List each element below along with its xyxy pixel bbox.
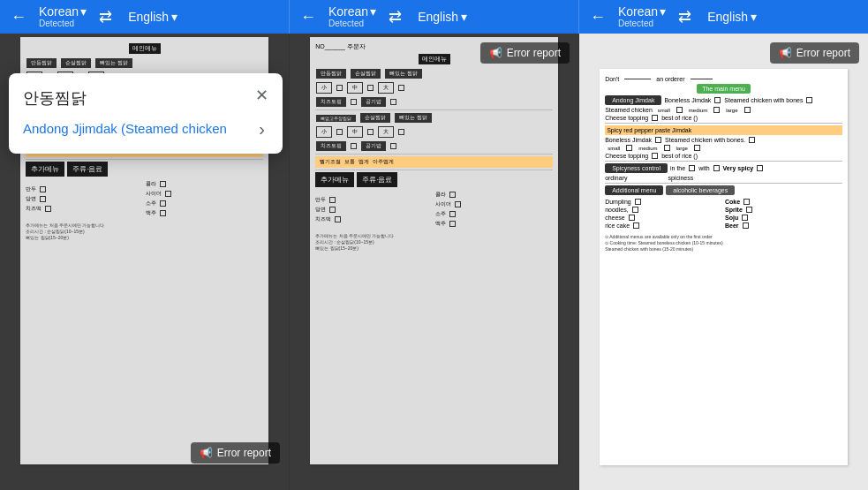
nav-section-2: ← Korean ▾ Detected ⇄ English ▾ xyxy=(290,0,579,34)
spicy-control-row-2: 뻘기조절 보통 맵게 아주맵게 xyxy=(315,156,553,168)
additional-items-col: 만두 당면 치즈떡 xyxy=(26,184,143,215)
menu-top-section: 메인메뉴 xyxy=(26,42,263,55)
main-menu-button[interactable]: The main menu xyxy=(697,84,751,94)
error-report-button-1[interactable]: 📢 Error report xyxy=(191,442,280,464)
menu2-topping-row-2: 치즈토핑 공기밥 xyxy=(315,140,553,152)
megaphone-icon-1: 📢 xyxy=(200,447,213,459)
menu2-row-2: 뼈없고주장찜닭 순살찜닭 뼈있는 찜닭 xyxy=(315,112,553,124)
alcoholic-beverages-button[interactable]: alcoholic beverages xyxy=(666,185,735,195)
menu2-size-row-2: 小 中 大 xyxy=(315,125,553,139)
menu2-row-1: 만등찜닭 순살찜닭 뼈있는 찜닭 xyxy=(315,68,553,79)
source-lang-name-3: Korean ▾ xyxy=(618,4,666,19)
megaphone-icon-2: 📢 xyxy=(489,47,502,59)
menu-footnote: 추가메뉴는 처음 주문시에만 가능합니다 조리시간 : 순살찜닭(10~15분)… xyxy=(26,222,263,241)
boneless-row: Andong Jimdak Boneless Jimdak Steamed ch… xyxy=(605,95,842,105)
popup-source-text: 안동찜닭 xyxy=(23,87,87,109)
cheese-topping-row-1: Cheese topping best of rice () xyxy=(605,115,842,121)
panel2-camera-view: NO______ 주문자 메인메뉴 만등찜닭 순살찜닭 뼈있는 찜닭 小 中 大 xyxy=(290,34,578,490)
additional-section-row: 추가메뉴 주류·음료 xyxy=(26,162,263,177)
translation-popup: 안동찜닭 ✕ Andong Jjimdak (Steamed chicken › xyxy=(9,73,283,154)
popup-translated-text: Andong Jjimdak (Steamed chicken xyxy=(23,119,227,138)
target-lang-selector-2[interactable]: English ▾ xyxy=(411,8,474,26)
additional-items-row-2: 만두 당면 치즈떡 콜라 사이더 소주 맥주 xyxy=(315,189,553,230)
popup-close-button[interactable]: ✕ xyxy=(255,87,268,103)
menu2-size-row-1: 小 中 大 xyxy=(315,81,553,94)
panel-3: 📢 Error report Don't an orderer The main… xyxy=(579,34,868,490)
ordinary-spiciness-row: ordinary spiciness xyxy=(605,175,842,181)
additional-section-row-2: 추가메뉴 주류·음료 xyxy=(315,172,553,187)
cheese-topping-row-2: Cheese topping best of rice () xyxy=(605,153,842,159)
detected-label-1: Detected xyxy=(39,19,74,29)
menu2-topping-row-1: 치즈토핑 공기밥 xyxy=(315,96,553,108)
main-content: 안동찜닭 ✕ Andong Jjimdak (Steamed chicken ›… xyxy=(0,34,868,490)
main-menu-btn-area: The main menu xyxy=(605,86,842,92)
swap-button-2[interactable]: ⇄ xyxy=(383,4,407,30)
divider-3 xyxy=(26,159,263,160)
menu-item-1: 만등찜닭 xyxy=(26,58,57,68)
popup-header: 안동찜닭 ✕ xyxy=(23,87,268,109)
steamed-chicken-row: Steamed chicken small medium large xyxy=(605,107,842,113)
swap-button-1[interactable]: ⇄ xyxy=(94,4,117,30)
spicyness-tag: Spicyness control xyxy=(605,163,668,173)
back-button-3[interactable]: ← xyxy=(585,4,611,30)
nav-bar: ← Korean ▾ Detected ⇄ English ▾ ← Korean… xyxy=(0,0,868,34)
popup-expand-button[interactable]: › xyxy=(255,119,268,139)
drinks-items-col: 콜라 사이더 소주 맥주 xyxy=(146,178,263,219)
andong-jimdak-tag: Andong Jimdak xyxy=(605,95,661,105)
additional-menu-header: 추가메뉴 xyxy=(26,162,64,177)
source-lang-name-2: Korean ▾ xyxy=(328,4,376,19)
spicyness-control-row: Spicyness control in the with Very spicy xyxy=(605,163,842,173)
panel-1: 안동찜닭 ✕ Andong Jjimdak (Steamed chicken ›… xyxy=(0,34,290,490)
error-report-button-3[interactable]: 📢 Error report xyxy=(770,42,859,64)
back-button-1[interactable]: ← xyxy=(5,4,32,30)
menu-row-1: 만등찜닭 순살찜닭 뼈있는 찜닭 xyxy=(26,57,263,69)
very-spicy-label: Very spicy xyxy=(723,165,754,171)
source-lang-selector-2[interactable]: Korean ▾ Detected xyxy=(325,3,380,32)
drinks-header: 주류·음료 xyxy=(67,162,108,177)
error-report-button-2[interactable]: 📢 Error report xyxy=(480,42,570,64)
spicy-jimdak-row: Spicy red pepper paste Jimdak xyxy=(605,125,842,135)
boneless-row-2: Boneless Jimdak Steamed chicken with bon… xyxy=(605,137,842,143)
additional-items-row: 만두 당면 치즈떡 콜라 사이더 소주 맥주 xyxy=(26,178,263,219)
menu2-footnote: 추가메뉴는 처음 주문시에만 가능합니다 조리시간 : 순살찜닭(10~15분)… xyxy=(315,233,553,252)
menu-item-3: 뼈있는 찜닭 xyxy=(95,58,132,68)
menu-title-label: 메인메뉴 xyxy=(129,43,161,54)
source-lang-selector-1[interactable]: Korean ▾ Detected xyxy=(35,3,90,32)
drinks-items-col-3: Coke Sprite Soju Beer xyxy=(725,197,842,230)
target-lang-selector-1[interactable]: English ▾ xyxy=(121,8,185,26)
swap-button-3[interactable]: ⇄ xyxy=(673,4,697,30)
panel3-translated-doc: Don't an orderer The main menu Andong Ji… xyxy=(600,69,848,465)
translated-footnote: ⊙ Additional menus are available only on… xyxy=(605,234,842,253)
panel-2: 📢 Error report NO______ 주문자 메인메뉴 만등찜닭 순살… xyxy=(290,34,579,490)
size-row-2: small medium large xyxy=(605,145,842,151)
panel3-translated-view: Don't an orderer The main menu Andong Ji… xyxy=(579,34,868,490)
target-lang-selector-3[interactable]: English ▾ xyxy=(700,8,764,26)
dont-orderer-row: Don't an orderer xyxy=(605,76,842,82)
detected-label-2: Detected xyxy=(328,19,364,29)
nav-section-1: ← Korean ▾ Detected ⇄ English ▾ xyxy=(0,0,290,34)
megaphone-icon-3: 📢 xyxy=(779,47,792,59)
source-lang-selector-3[interactable]: Korean ▾ Detected xyxy=(615,3,669,32)
panel2-menu-doc: NO______ 주문자 메인메뉴 만등찜닭 순살찜닭 뼈있는 찜닭 小 中 大 xyxy=(310,37,558,464)
source-lang-name-1: Korean ▾ xyxy=(39,4,87,19)
menu-item-2: 순살찜닭 xyxy=(61,58,91,68)
additional-menu-button[interactable]: Additional menu xyxy=(605,185,663,195)
popup-translation-row: Andong Jjimdak (Steamed chicken › xyxy=(23,119,268,139)
food-items-col: Dumpling noodles, cheese rice cake xyxy=(605,197,722,230)
back-button-2[interactable]: ← xyxy=(295,4,321,30)
additional-alcoholic-row: Additional menu alcoholic beverages xyxy=(605,185,842,195)
detected-label-3: Detected xyxy=(618,19,653,29)
nav-section-3: ← Korean ▾ Detected ⇄ English ▾ xyxy=(579,0,868,34)
food-drinks-row: Dumpling noodles, cheese rice cake xyxy=(605,197,842,230)
